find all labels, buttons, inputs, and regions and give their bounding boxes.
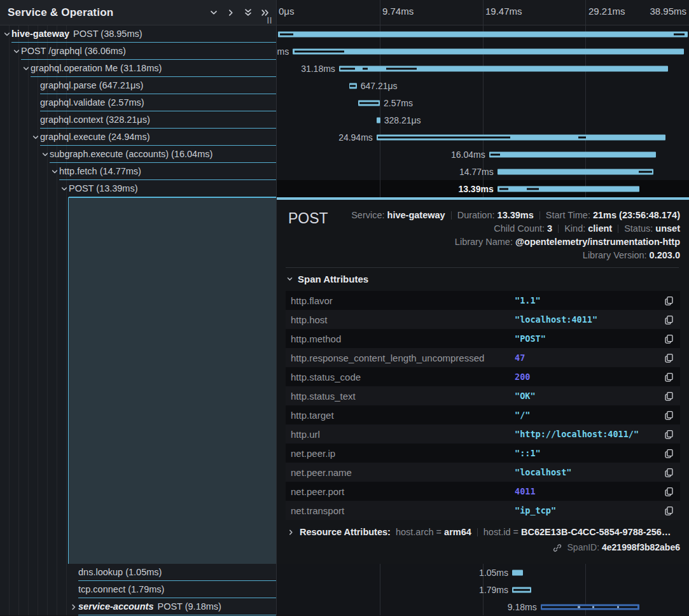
copy-icon[interactable] (661, 506, 674, 515)
chevron-down-icon[interactable] (205, 4, 222, 21)
double-chevron-down-icon[interactable] (239, 4, 256, 21)
tree-row[interactable]: dns.lookup (1.05ms) (0, 564, 277, 581)
chevron-right-icon[interactable] (70, 598, 78, 615)
copy-icon[interactable] (661, 410, 674, 420)
timeline-row[interactable]: 328.21μs (277, 111, 689, 129)
span-id-row: SpanID: 4e21998f3b82abe6 (284, 542, 680, 554)
tree-row[interactable]: graphql.context (328.21μs) (0, 111, 277, 129)
span-duration-label: 24.94ms (338, 132, 373, 143)
tree-row[interactable]: tcp.connect (1.79ms) (0, 581, 277, 598)
timeline-row[interactable]: 14.77ms (277, 163, 689, 180)
copy-icon[interactable] (661, 449, 674, 458)
chevron-right-icon[interactable] (222, 4, 239, 21)
timeline-row[interactable]: 31.18ms (277, 60, 689, 77)
span-row: http.fetch (14.77ms)14.77ms (0, 163, 689, 180)
tree-row[interactable]: graphql.operation Me (31.18ms) (0, 60, 277, 77)
span-row: POST /graphql (36.06ms)36.06ms (0, 43, 689, 60)
link-icon[interactable] (553, 544, 564, 554)
indent-spacer (0, 598, 70, 615)
copy-icon[interactable] (661, 296, 674, 305)
tree-row[interactable]: service-accountsPOST (9.18ms) (0, 598, 277, 615)
span-bar[interactable] (498, 186, 639, 192)
copy-icon[interactable] (661, 315, 674, 325)
copy-icon[interactable] (661, 430, 674, 439)
attribute-key: http.method (291, 333, 515, 344)
timeline-row[interactable]: 13.39ms (277, 180, 689, 197)
tree-row[interactable]: graphql.parse (647.21μs) (0, 77, 277, 94)
span-row: graphql.execute (24.94ms)24.94ms (0, 129, 689, 146)
timeline-row[interactable]: 1.79ms (277, 581, 689, 598)
chevron-down-icon[interactable] (32, 129, 40, 146)
attribute-key: net.peer.ip (291, 448, 515, 459)
meta-label: Start Time: (546, 210, 593, 220)
span-duration-label: 14.77ms (459, 167, 494, 177)
panel-resize-handle[interactable]: || (267, 16, 272, 24)
span-bar[interactable] (498, 169, 653, 174)
span-bar[interactable] (489, 151, 656, 157)
chevron-down-icon[interactable] (60, 180, 69, 197)
span-child-mark (499, 188, 508, 190)
timeline-row[interactable]: 647.21μs (277, 77, 689, 94)
tree-row[interactable]: hive-gatewayPOST (38.95ms) (0, 25, 277, 43)
copy-icon[interactable] (661, 391, 674, 401)
resource-key: host.arch (396, 527, 436, 537)
operation-name: POST (9.18ms) (157, 601, 221, 612)
attribute-key: http.status_code (291, 372, 515, 382)
span-rows-top: hive-gatewayPOST (38.95ms)POST /graphql … (0, 25, 689, 197)
tree-row[interactable]: graphql.validate (2.57ms) (0, 94, 277, 111)
span-child-mark (578, 606, 580, 608)
span-child-mark (363, 67, 368, 69)
tree-row[interactable]: POST /graphql (36.06ms) (0, 43, 277, 60)
span-bar[interactable] (377, 117, 380, 123)
chevron-down-icon[interactable] (3, 25, 11, 43)
service-name: hive-gateway (11, 29, 69, 39)
copy-icon[interactable] (661, 353, 674, 363)
resource-attributes-values: host.arch = arm64host.id = BC62E13B-C4CC… (396, 527, 671, 537)
timeline-row[interactable]: 9.18ms (277, 598, 689, 615)
meta-value: client (588, 223, 612, 234)
tree-row[interactable]: subgraph.execute (accounts) (16.04ms) (0, 146, 277, 163)
span-bar[interactable] (293, 48, 684, 54)
tree-row[interactable]: graphql.execute (24.94ms) (0, 129, 277, 146)
chevron-down-icon[interactable] (41, 146, 50, 163)
span-attributes-header[interactable]: Span Attributes (286, 272, 680, 286)
copy-icon[interactable] (661, 487, 674, 496)
span-bar[interactable] (278, 31, 688, 37)
copy-icon[interactable] (661, 372, 674, 382)
chevron-down-icon[interactable] (286, 276, 293, 283)
attribute-value: "/" (515, 410, 661, 420)
chevron-right-icon[interactable] (288, 529, 295, 536)
timeline-row[interactable]: 1.05ms (277, 564, 689, 581)
ruler-tick: 9.74ms (382, 6, 414, 17)
indent-spacer (32, 94, 40, 111)
operation-name: graphql.operation Me (31.18ms) (31, 63, 162, 73)
chevron-down-icon[interactable] (22, 60, 31, 77)
span-child-mark (491, 153, 501, 155)
span-label: subgraph.execute (accounts) (16.04ms) (50, 146, 276, 163)
meta-line: Library Name: @opentelemetry/instrumenta… (328, 235, 680, 249)
service-operation-header: Service & Operation || (0, 0, 277, 25)
operation-name: POST (38.95ms) (73, 29, 143, 39)
copy-icon[interactable] (661, 334, 674, 344)
tree-row[interactable]: http.fetch (14.77ms) (0, 163, 277, 180)
span-label: http.fetch (14.77ms) (59, 163, 276, 180)
timeline-row[interactable]: 16.04ms (277, 146, 689, 163)
meta-label: Kind: (564, 223, 588, 234)
span-child-mark (578, 136, 586, 138)
resource-attributes-row[interactable]: Resource Attributes: host.arch = arm64ho… (288, 527, 680, 537)
span-bar[interactable] (512, 570, 523, 575)
selected-span-highlight (68, 197, 276, 564)
divider (451, 211, 452, 220)
timeline-ruler[interactable]: 0μs 9.74ms 19.47ms 29.21ms 38.95ms (277, 0, 689, 25)
attributes-table: http.flavor"1.1"http.host"localhost:4011… (286, 291, 680, 520)
copy-icon[interactable] (661, 468, 674, 477)
timeline-row[interactable]: 2.57ms (277, 94, 689, 111)
chevron-down-icon[interactable] (51, 163, 59, 180)
timeline-row[interactable]: 24.94ms (277, 129, 689, 146)
tree-row[interactable]: POST (13.39ms) (0, 180, 277, 197)
divider (618, 225, 618, 233)
timeline-row[interactable]: 36.06ms (277, 43, 689, 60)
timeline-row[interactable] (277, 25, 689, 43)
meta-label: Library Version: (583, 250, 650, 260)
chevron-down-icon[interactable] (13, 43, 21, 60)
